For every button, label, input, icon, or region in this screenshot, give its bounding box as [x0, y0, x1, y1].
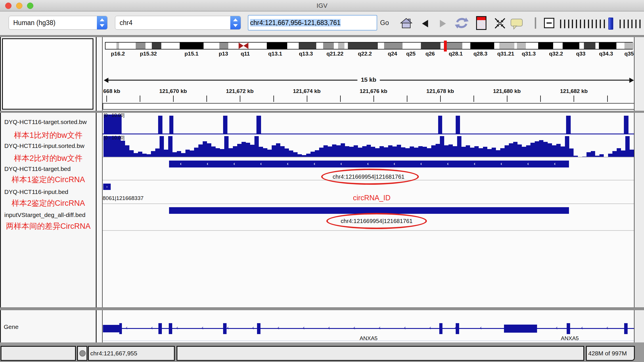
cytoband: [599, 43, 616, 49]
ruler-tick: [140, 96, 140, 102]
gene-exon[interactable]: [257, 323, 260, 334]
coverage-bar: [246, 143, 250, 157]
coverage-bar: [254, 136, 259, 157]
coverage-bar: [289, 150, 293, 157]
cytoband: [579, 43, 584, 49]
coverage-bar: [371, 147, 375, 157]
stepper-icon[interactable]: [97, 16, 107, 29]
gene-exon[interactable]: [158, 323, 162, 334]
gene-exon[interactable]: [223, 323, 227, 334]
coverage-bar: [566, 116, 571, 134]
cytoband: [447, 43, 462, 49]
gene-exon[interactable]: [169, 323, 172, 334]
circrna-feature-partial[interactable]: ›: [103, 184, 111, 190]
coverage-bar: [392, 146, 397, 157]
cytoband: [517, 43, 526, 49]
strand-chevron-icon: ‹: [447, 161, 448, 166]
track-separator: [103, 157, 635, 157]
tooltip-icon[interactable]: [510, 18, 523, 30]
back-icon[interactable]: [422, 20, 428, 27]
strand-chevron-icon: ‹: [554, 161, 555, 166]
track-name[interactable]: DYQ-HCT116-input.sorted.bw: [4, 142, 85, 149]
status-locus-text: chr4:121,667,955: [90, 350, 137, 357]
coverage-bar: [298, 154, 302, 157]
coverage-bar: [129, 150, 134, 157]
gene-exon[interactable]: [119, 323, 122, 334]
cytoband-label: q35: [624, 51, 634, 57]
cytoband-label: p13: [219, 51, 228, 57]
locus-input[interactable]: chr4:121,667,956-121,683,761: [248, 15, 377, 31]
cytoband-label: q31.21: [497, 51, 514, 57]
coverage-bar: [621, 150, 625, 157]
ruler-tick: [307, 96, 307, 102]
cytoband: [616, 43, 624, 49]
cytoband-label: q26: [425, 51, 435, 57]
coverage-bar: [220, 149, 224, 157]
forward-icon[interactable]: [440, 20, 446, 27]
coverage-bar: [224, 136, 229, 157]
ruler-tick-label: 121,670 kb: [159, 88, 187, 94]
coverage-bar: [302, 155, 306, 157]
gene-exon[interactable]: [439, 323, 442, 334]
cytoband-label: p15.1: [185, 51, 199, 57]
coverage-bar: [272, 145, 276, 157]
refresh-icon[interactable]: [455, 16, 469, 30]
go-button[interactable]: Go: [380, 19, 389, 27]
chromosome-select[interactable]: chr4: [115, 16, 241, 30]
strand-arrow-icon: ‹: [379, 324, 381, 331]
memory-usage: 428M of 997M: [586, 346, 635, 361]
snapshot-icon[interactable]: [476, 16, 486, 30]
cytoband: [595, 43, 599, 49]
cytoband: [384, 43, 402, 49]
gene-exon[interactable]: [624, 323, 628, 334]
cytoband: [228, 43, 239, 49]
zoom-out-icon[interactable]: [544, 18, 554, 28]
coverage-bar: [134, 153, 138, 157]
coverage-bar: [530, 143, 535, 157]
coverage-bar: [207, 143, 211, 157]
gene-exon[interactable]: [567, 323, 570, 334]
chromosome-ideogram[interactable]: [105, 42, 633, 49]
gene-exon[interactable]: [504, 325, 537, 333]
track-name[interactable]: inputVStarget_deg_all-diff.bed: [4, 212, 85, 218]
coverage-bar: [388, 145, 392, 157]
coverage-bar: [198, 144, 203, 157]
panel-divider[interactable]: [96, 310, 97, 342]
strand-chevron-icon: ‹: [394, 161, 395, 166]
zoom-slider-tick: [560, 20, 561, 28]
panel-divider[interactable]: [96, 37, 97, 111]
circrna-feature-bar[interactable]: ‹‹‹‹‹‹‹‹‹‹‹‹‹‹‹: [169, 161, 569, 167]
strand-arrow-icon: ‹: [606, 324, 608, 331]
coverage-bar: [438, 116, 442, 134]
strand-arrow-icon: ‹: [151, 324, 153, 331]
track-scale-label: [0 - 10.00]: [104, 135, 124, 140]
gene-track-label[interactable]: Gene: [4, 323, 18, 330]
ruler-right-arrow-icon: [629, 78, 634, 83]
gene-exon[interactable]: [103, 325, 120, 332]
fit-to-window-icon[interactable]: [494, 17, 506, 29]
zoom-slider-tick: [580, 20, 581, 28]
coverage-bar: [599, 154, 604, 157]
track-name[interactable]: DYQ-HCT116-input.bed: [4, 188, 68, 195]
stepper-icon[interactable]: [230, 16, 241, 29]
home-icon[interactable]: [400, 17, 413, 30]
coverage-bar: [582, 157, 586, 157]
current-locus-marker[interactable]: [444, 41, 447, 52]
track-name[interactable]: DYQ-HCT116-target.sorted.bw: [4, 119, 87, 125]
zoom-slider-tick: [576, 20, 577, 28]
gene-exon[interactable]: [456, 323, 459, 334]
chromosome-select-value: chr4: [120, 19, 133, 27]
ruler-gutter: [103, 103, 635, 110]
gene-intron-line: [103, 328, 634, 329]
zoom-slider-thumb[interactable]: [608, 18, 613, 30]
coverage-bar: [190, 150, 194, 157]
coverage-bar: [319, 148, 323, 157]
strand-chevron-icon: ‹: [287, 161, 288, 166]
cytoband-label: p16.2: [111, 51, 125, 57]
panel-divider[interactable]: [96, 113, 97, 307]
strand-chevron-icon: ‹: [501, 161, 502, 166]
ruler-tick: [574, 96, 574, 102]
ruler-tick: [240, 96, 240, 102]
genome-select[interactable]: Human (hg38): [9, 16, 108, 30]
track-name[interactable]: DYQ-HCT116-target.bed: [4, 165, 71, 172]
